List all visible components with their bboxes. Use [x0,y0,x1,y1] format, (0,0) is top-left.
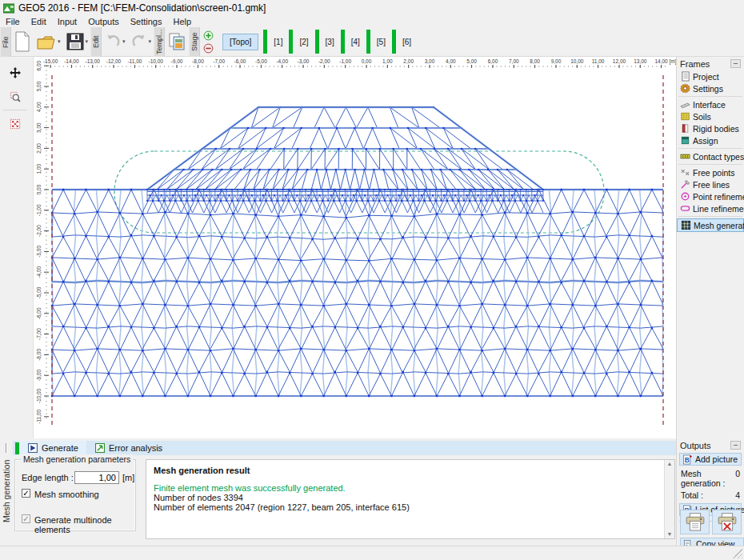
stage-calculated-bar [392,30,396,54]
frames-header: Frames – [677,57,744,70]
tab-generate-label: Generate [42,443,78,453]
redo-icon [130,31,148,52]
zoom-window-tool[interactable] [4,86,26,107]
menu-help[interactable]: Help [167,17,197,26]
model-canvas[interactable]: -15,00-14,00-13,00-12,00-11,00-10,00-9,0… [34,57,676,438]
stage-calculated-bar [289,30,293,54]
frames-item-rigid-bodies[interactable]: Rigid bodies [677,122,744,134]
h-ruler-label: -12,00 [106,58,122,64]
stage-button-5[interactable]: [5] [375,38,387,46]
v-ruler-label: -1,00 [36,204,42,216]
h-ruler-label: 2,00 [403,58,414,64]
v-ruler-label: 6,00 [36,60,42,70]
frames-item-assign[interactable]: Assign [677,134,744,146]
menu-settings[interactable]: Settings [125,17,168,26]
multinode-checkbox[interactable]: ✓ [22,514,30,523]
save-file-button[interactable]: ▾ [63,28,91,55]
menu-edit[interactable]: Edit [26,17,52,26]
remove-stage-icon[interactable] [202,42,214,54]
dropdown-caret[interactable]: ▾ [149,38,152,45]
v-ruler-label: -7,00 [36,328,42,340]
stage-button-2[interactable]: [2] [298,38,310,46]
tab-error-analysis[interactable]: Error analysis [86,441,170,455]
stage-button-4[interactable]: [4] [350,38,362,46]
print-button[interactable] [680,510,710,534]
frames-item-free-points[interactable]: Free points [677,166,744,178]
new-file-button[interactable] [11,28,34,55]
stage-button-3[interactable]: [3] [324,38,336,46]
h-ruler-label: 8,00 [530,58,540,64]
mesh-result-box: Mesh generation result Finite element me… [146,459,675,539]
bottom-vertical-tab: Mesh generation [0,442,13,541]
frames-minimize-button[interactable]: – [730,59,741,68]
frames-item-free-lines[interactable]: Free lines [677,178,744,190]
h-ruler-label: 6,00 [488,58,498,64]
frames-item-settings[interactable]: Settings [677,82,744,94]
group-title: Mesh generation parameters [21,454,133,464]
contact-types-icon [679,151,690,162]
frames-item-contact-types[interactable]: Contact types [677,150,744,162]
h-ruler-label: 9,00 [551,58,562,64]
undo-button[interactable]: ▾ [102,28,128,55]
dropdown-caret[interactable]: ▾ [86,38,89,45]
edge-length-input[interactable] [74,471,119,484]
result-line: Number of elements 2047 (region 1227, be… [154,502,667,512]
frames-separator [678,164,742,165]
status-bar [0,546,744,560]
tab-generate[interactable]: Generate [19,441,86,455]
outputs-header: Outputs – [677,438,744,452]
redo-button[interactable]: ▾ [128,28,154,55]
generate-icon [27,443,38,453]
frames-item-interface[interactable]: Interface [677,98,744,110]
geo5-fem-window: { "window": {"title": "GEO5 2016 - FEM [… [0,0,744,560]
result-scrollbar[interactable]: ▲ ▼ [664,460,674,538]
stage-button-1[interactable]: [1] [272,38,284,46]
mesh-smoothing-checkbox[interactable]: ✓ [22,489,30,498]
print-cancel-button[interactable] [712,510,742,534]
h-ruler-label: -1,00 [339,58,351,64]
h-ruler-label: -2,00 [318,58,330,64]
h-ruler-label: 11,00 [592,58,605,64]
menu-file[interactable]: File [0,17,26,26]
h-ruler-label: 10,00 [570,58,584,64]
mesh-generation-icon [680,220,691,231]
frames-item-label: Mesh generation [694,221,744,230]
zoom-extents-tool[interactable] [4,113,26,134]
pan-tool[interactable] [4,62,26,83]
menu-outputs[interactable]: Outputs [82,17,125,26]
stage-topo-button[interactable]: [Topo] [222,34,258,50]
frames-item-label: Free lines [693,180,730,190]
result-title: Mesh generation result [154,466,667,475]
frames-item-label: Project [693,72,719,82]
add-stage-icon[interactable] [202,30,214,41]
svg-text:B: B [684,455,689,463]
frames-item-project[interactable]: Project [677,70,744,82]
frames-item-line-refinements[interactable]: Line refinements [677,202,744,214]
v-ruler-label: -6,00 [36,307,42,319]
result-success-line: Finite element mesh was successfully gen… [154,483,667,493]
open-file-button[interactable]: ▾ [34,28,63,55]
dropdown-caret[interactable]: ▾ [58,38,61,45]
menu-input[interactable]: Input [52,17,82,26]
dropdown-caret[interactable]: ▾ [122,38,126,45]
frames-item-point-refinements[interactable]: Point refinements [677,190,744,202]
tab-error-analysis-label: Error analysis [109,443,162,453]
add-picture-button[interactable]: B Add picture [679,453,742,466]
stage-button-6[interactable]: [6] [401,38,413,46]
zoom-tool-icon [10,91,21,102]
resize-grip[interactable] [733,549,742,558]
bottom-panel: Mesh generation Generate Error analysis … [0,438,676,544]
h-ruler-label: 14,00 [654,58,668,64]
stage-calculated-bar [366,30,370,54]
print-templates-button[interactable] [165,28,189,55]
soils-icon [679,111,690,122]
frames-item-soils[interactable]: Soils [677,110,744,122]
scroll-up-arrow[interactable]: ▲ [665,460,674,468]
scroll-down-arrow[interactable]: ▼ [665,530,674,538]
outputs-minimize-button[interactable]: – [730,441,741,450]
h-ruler-label: -14,00 [64,58,79,64]
h-ruler-label: -5,00 [255,58,267,64]
pan-tool-icon [10,67,21,78]
frames-item-mesh-generation[interactable]: Mesh generation [677,218,744,232]
v-ruler-label: 3,00 [36,122,42,133]
